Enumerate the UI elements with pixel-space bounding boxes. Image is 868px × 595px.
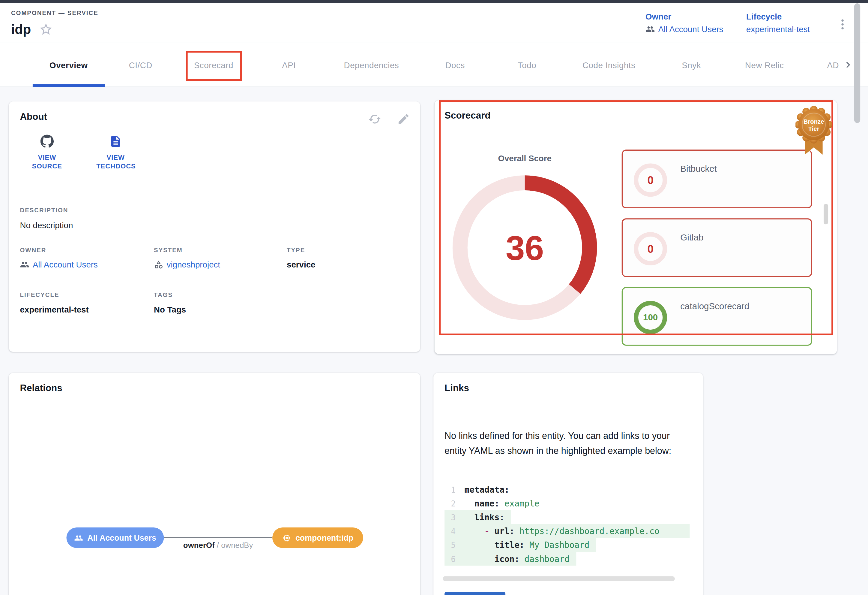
view-source-link[interactable]: VIEW SOURCE (24, 135, 69, 170)
group-icon (20, 260, 29, 269)
scorecard-list-scrollbar[interactable] (824, 204, 828, 224)
code-line-highlighted: 6 icon: dashboard (444, 552, 576, 565)
tabs-scroll-right-chevron-icon[interactable] (842, 59, 854, 71)
view-source-label: VIEW SOURCE (28, 153, 66, 170)
links-empty-message: No links defined for this entity. You ca… (444, 428, 692, 458)
owner-entity-link[interactable]: All Account Users (20, 260, 154, 269)
tab-overview[interactable]: Overview (50, 43, 88, 87)
tab-docs[interactable]: Docs (445, 43, 465, 87)
overall-score-label: Overall Score (498, 153, 552, 163)
links-title: Links (444, 383, 469, 394)
page-title: idp (11, 22, 31, 37)
code-line-highlighted: 4 - url: https://dashboard.example.co (444, 524, 690, 538)
code-line-highlighted: 5 title: My Dashboard (444, 538, 596, 552)
chip-icon (282, 533, 291, 542)
entity-tabs: Overview CI/CD Scorecard API Dependencie… (0, 43, 868, 87)
code-line: 2 name: example (444, 497, 690, 510)
about-card: About VIEW SOURCE VIEW TECHDOCS DESCRIPT… (9, 101, 420, 352)
header-lifecycle: Lifecycle experimental-test (746, 12, 810, 34)
breadcrumb: COMPONENT — SERVICE (11, 9, 98, 16)
tab-code-insights[interactable]: Code Insights (583, 43, 635, 87)
field-type: TYPE service (287, 246, 397, 269)
scorecard-tab-annotation-box (186, 51, 242, 81)
code-line: 1metadata: (444, 483, 690, 497)
top-window-strip (0, 0, 868, 3)
page-scrollbar[interactable] (854, 3, 860, 123)
field-lifecycle: LIFECYCLE experimental-test (20, 292, 154, 314)
relation-edge-label: ownerOf / ownedBy (183, 541, 253, 550)
view-techdocs-label: VIEW TECHDOCS (96, 153, 135, 170)
refresh-icon[interactable] (368, 112, 381, 126)
lifecycle-value: experimental-test (746, 24, 810, 34)
edit-pencil-icon[interactable] (397, 112, 410, 126)
about-title: About (20, 111, 47, 123)
tab-cicd[interactable]: CI/CD (129, 43, 152, 87)
field-system: SYSTEM vigneshproject (154, 246, 287, 269)
tab-api[interactable]: API (282, 43, 296, 87)
field-owner: OWNER All Account Users (20, 246, 154, 269)
relation-edge (164, 537, 272, 538)
description-label: DESCRIPTION (20, 207, 73, 213)
code-horizontal-scrollbar[interactable] (443, 576, 675, 581)
system-entity-link[interactable]: vigneshproject (154, 260, 287, 269)
scorecard-item-bitbucket[interactable]: 0 Bitbucket (622, 149, 812, 208)
links-card: Links No links defined for this entity. … (433, 373, 703, 595)
techdocs-document-icon (109, 135, 123, 148)
favorite-star-icon[interactable] (39, 22, 53, 37)
relations-title: Relations (20, 383, 62, 394)
overall-score-value: 36 (452, 175, 598, 320)
group-icon (74, 533, 83, 542)
scorecard-item-gitlab[interactable]: 0 Gitlab (622, 218, 812, 277)
yaml-example-code: 1metadata: 2 name: example 3 links: 4 - … (444, 483, 690, 566)
relation-node-owner[interactable]: All Account Users (66, 527, 164, 548)
tab-new-relic[interactable]: New Relic (745, 43, 784, 87)
more-options-kebab-icon[interactable] (837, 17, 848, 31)
links-action-button-cropped[interactable] (444, 592, 505, 595)
tab-todo[interactable]: Todo (518, 43, 536, 87)
lifecycle-label: Lifecycle (746, 12, 810, 21)
entity-header: COMPONENT — SERVICE idp Owner All Accoun… (0, 3, 868, 43)
owner-value: All Account Users (658, 24, 723, 34)
tab-dependencies[interactable]: Dependencies (344, 43, 399, 87)
relations-card: Relations All Account Users component:id… (9, 373, 420, 595)
code-line-highlighted: 3 links: (444, 510, 511, 524)
owner-value-link[interactable]: All Account Users (645, 24, 723, 34)
scorecard-card: Scorecard Bron (435, 100, 837, 354)
group-icon (645, 24, 655, 34)
view-techdocs-link[interactable]: VIEW TECHDOCS (93, 135, 138, 170)
field-tags: TAGS No Tags (154, 292, 287, 314)
active-tab-indicator (33, 84, 105, 87)
category-icon (154, 260, 163, 269)
description-value: No description (20, 221, 73, 230)
page: COMPONENT — SERVICE idp Owner All Accoun… (0, 0, 868, 595)
github-icon (40, 135, 54, 148)
owner-label: Owner (645, 12, 723, 21)
scorecard-item-catalogscorecard[interactable]: 100 catalogScorecard (622, 287, 812, 346)
scorecard-title: Scorecard (444, 110, 491, 121)
tab-snyk[interactable]: Snyk (682, 43, 701, 87)
overview-content: About VIEW SOURCE VIEW TECHDOCS DESCRIPT… (0, 87, 868, 595)
bronze-tier-badge: Bronze Tier (796, 105, 832, 158)
relation-node-component[interactable]: component:idp (272, 527, 363, 548)
header-owner: Owner All Account Users (645, 12, 723, 34)
badge-text-line1: Bronze (803, 118, 824, 125)
badge-text-line2: Tier (808, 126, 819, 132)
tab-ad-truncated[interactable]: AD (827, 43, 839, 87)
